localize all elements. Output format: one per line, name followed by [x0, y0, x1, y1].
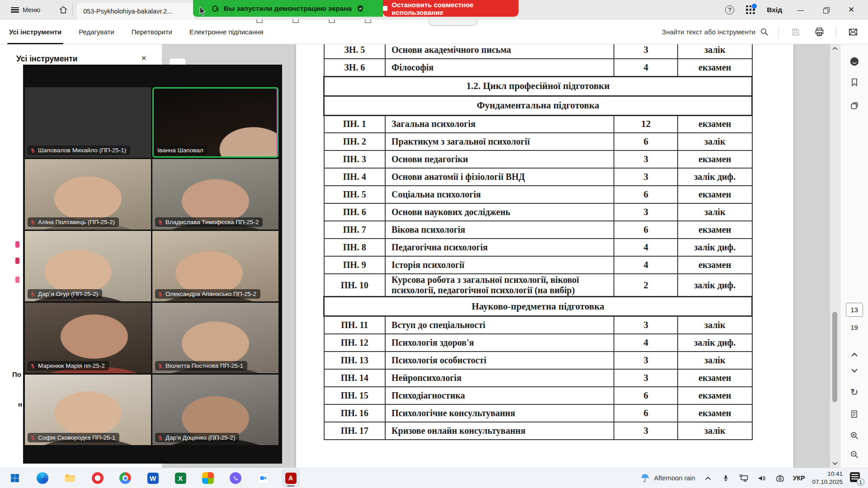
- participant-tile[interactable]: Іванна Шаповал: [152, 87, 278, 158]
- save-icon: [791, 28, 800, 37]
- muted-mic-icon: [157, 363, 163, 369]
- toolbar-tab[interactable]: Перетворити: [132, 19, 172, 44]
- chrome-icon[interactable]: [116, 469, 134, 487]
- login-button[interactable]: Вхід: [767, 6, 782, 14]
- tray-speaker-icon[interactable]: [757, 472, 768, 484]
- bookmarks-icon[interactable]: [846, 74, 863, 90]
- current-page-value: 13: [850, 306, 858, 314]
- meeting-video-overlay[interactable]: Шаповалов Михайло (ПП-25-1) Іванна Шапов…: [23, 65, 282, 464]
- file-explorer-icon[interactable]: [61, 469, 79, 487]
- scroll-up-icon[interactable]: [832, 46, 838, 51]
- home-button[interactable]: [59, 0, 68, 19]
- apps-notification-dot: [752, 4, 757, 9]
- document-scrollbar[interactable]: [830, 44, 840, 468]
- table-row: ПН. 17 Кризове онлайн консультування 3 з…: [324, 422, 752, 440]
- participant-name-tag: Олександра Апанасько ПП-25-2: [155, 289, 260, 299]
- participant-name-tag: Шаповалов Михайло (ПП-25-1): [28, 145, 130, 155]
- zoom-app-icon[interactable]: [254, 469, 272, 487]
- clock-widget[interactable]: 10:41 07.10.2025: [812, 470, 843, 486]
- printer-icon: [815, 27, 824, 37]
- table-row: ПН. 10 Курсова робота з загальної психол…: [324, 274, 752, 297]
- print-button[interactable]: [812, 25, 826, 39]
- scrollbar-thumb[interactable]: [832, 312, 837, 402]
- page-view-icon[interactable]: [846, 406, 863, 422]
- toolbar-tab[interactable]: Редагувати: [79, 19, 114, 44]
- next-page-icon[interactable]: [846, 362, 863, 379]
- start-button[interactable]: [6, 469, 24, 487]
- participant-tile[interactable]: Софія Сковородка ПП-25-1: [25, 375, 151, 445]
- previous-page-icon[interactable]: [846, 346, 863, 362]
- content-area: Усі інструменти ✕ По н ЗН. 5 Основи акад…: [0, 44, 868, 468]
- participant-name-tag: Владислава Тимофєєва ПП-25-2: [155, 217, 263, 227]
- scroll-down-icon[interactable]: [832, 461, 838, 466]
- participant-name-tag: Дар`я Огур (ПП-25-2): [28, 289, 102, 299]
- viber-icon[interactable]: [226, 469, 245, 487]
- participant-tile[interactable]: Олександра Апанасько ПП-25-2: [152, 231, 278, 301]
- photos-icon[interactable]: [199, 469, 217, 487]
- word-icon[interactable]: W: [144, 469, 162, 487]
- save-button[interactable]: [789, 25, 802, 39]
- mouse-cursor: [198, 6, 207, 16]
- toolbar-tab[interactable]: Усі інструменти: [9, 19, 61, 44]
- table-row: ПН. 16 Психологічне консультування 6 екз…: [324, 404, 752, 422]
- tray-microphone-icon[interactable]: [721, 472, 731, 484]
- search-tools-button[interactable]: Знайти текст або інструменти: [662, 28, 769, 36]
- tool-item-fragment: По: [12, 371, 21, 378]
- tool-item-fragment: н: [18, 400, 22, 408]
- tray-camera-icon[interactable]: [775, 472, 786, 484]
- apps-grid-icon[interactable]: [746, 5, 755, 14]
- send-mail-button[interactable]: [846, 25, 860, 39]
- share-arrow-icon: [212, 5, 219, 12]
- participant-name-tag: Дар'я Доценко (ПП-25-2): [155, 433, 239, 442]
- edge-icon[interactable]: [33, 469, 52, 487]
- section-science-title: Науково-предметна підготовка: [324, 297, 752, 316]
- participant-tile[interactable]: Віолетта Постнова ПП-25-1: [152, 303, 278, 373]
- notification-center-button[interactable]: 1: [850, 472, 862, 484]
- participant-tile[interactable]: Дар`я Огур (ПП-25-2): [25, 231, 151, 301]
- acrobat-icon[interactable]: A: [282, 469, 300, 487]
- excel-icon[interactable]: X: [171, 469, 189, 487]
- document-tab[interactable]: 053-Psykholohiya-bakalavr.2...: [77, 3, 194, 19]
- tray-chevron-up-icon[interactable]: [703, 472, 713, 484]
- zoom-in-icon[interactable]: [846, 427, 863, 444]
- participant-name: Дар`я Огур (ПП-25-2): [38, 291, 98, 297]
- table-row: ПН. 11 Вступ до спеціальності 3 залік: [324, 316, 752, 334]
- stop-sharing-button[interactable]: Остановить совместное использование: [383, 0, 519, 17]
- table-row: ПН. 12 Психологія здоров'я 4 залік диф.: [324, 334, 752, 352]
- participant-tile[interactable]: Владислава Тимофєєва ПП-25-2: [152, 159, 278, 230]
- pdf-page[interactable]: ЗН. 5 Основи академічного письма 3 залік…: [296, 44, 793, 468]
- ai-assistant-icon[interactable]: [846, 53, 863, 70]
- table-row: ПН. 15 Психодіагностика 6 екзамен: [324, 387, 752, 404]
- menu-label: Меню: [23, 6, 40, 14]
- participant-name: Олександра Апанасько ПП-25-2: [165, 291, 256, 297]
- panel-title: Усі інструменти: [16, 54, 78, 64]
- help-icon[interactable]: ?: [725, 5, 734, 14]
- clock-date: 07.10.2025: [812, 478, 843, 486]
- language-indicator[interactable]: УКР: [793, 474, 805, 482]
- participant-tile[interactable]: Аліна Полтавець (ПП-25-2): [25, 159, 151, 230]
- rain-umbrella-icon: [640, 473, 650, 483]
- participant-tile[interactable]: Дар'я Доценко (ПП-25-2): [152, 375, 278, 445]
- table-row: ПН. 2 Практикум з загальної психології 6…: [324, 133, 752, 150]
- minimize-button[interactable]: —: [794, 3, 807, 17]
- participant-tile[interactable]: Шаповалов Михайло (ПП-25-1): [25, 87, 151, 158]
- panel-close-icon[interactable]: ✕: [141, 54, 147, 62]
- restore-button[interactable]: [819, 3, 833, 17]
- close-button[interactable]: ✕: [844, 3, 858, 17]
- participant-name: Шаповалов Михайло (ПП-25-1): [38, 147, 126, 154]
- opera-icon[interactable]: [89, 469, 107, 487]
- screen-share-banner: Вы запустили демонстрацию экрана: [193, 0, 383, 17]
- share-banner-text: Вы запустили демонстрацию экрана: [224, 5, 352, 13]
- refresh-icon[interactable]: ↻: [846, 384, 863, 400]
- zoom-out-icon[interactable]: [846, 446, 863, 463]
- weather-widget[interactable]: Afternoon rain: [640, 473, 695, 483]
- organize-pages-icon[interactable]: [846, 98, 863, 114]
- tray-network-icon[interactable]: [739, 472, 750, 484]
- current-page-input[interactable]: 13: [846, 303, 863, 317]
- menu-button[interactable]: Меню: [11, 0, 40, 19]
- toolbar-tab[interactable]: Електронне підписання: [189, 19, 264, 44]
- participant-name: Софія Сковородка ПП-25-1: [38, 434, 115, 441]
- muted-mic-icon: [157, 219, 163, 225]
- hamburger-icon: [11, 7, 19, 13]
- participant-tile[interactable]: Маренюк Марія пп-25-2: [25, 303, 151, 373]
